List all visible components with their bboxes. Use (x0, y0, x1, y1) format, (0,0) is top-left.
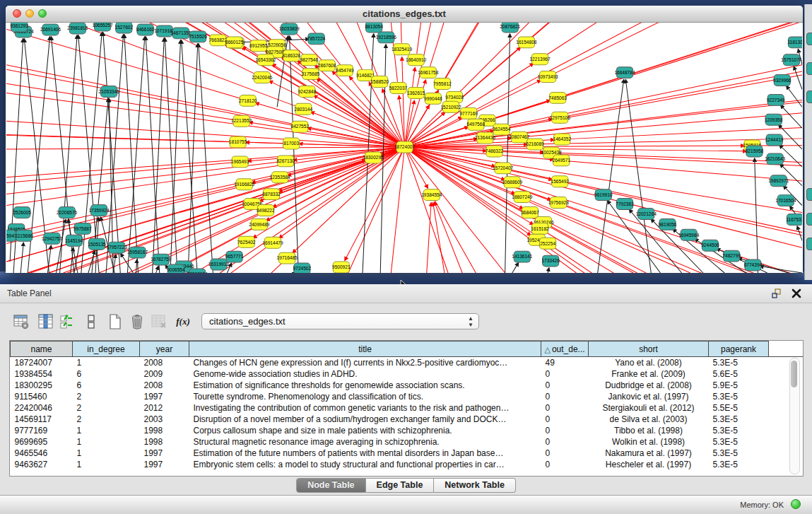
graph-node[interactable]: 12213967 (529, 54, 551, 65)
graph-node[interactable]: 8912955 (249, 40, 268, 52)
graph-node[interactable]: 18640910 (406, 54, 427, 66)
table-row[interactable]: 969969511998Structural magnetic resonanc… (11, 436, 804, 448)
column-header-name[interactable]: name (11, 341, 73, 357)
graph-node[interactable]: 8660125 (225, 37, 244, 48)
graph-node[interactable]: 1505135 (88, 238, 106, 250)
graph-node[interactable]: 1181304 (787, 37, 802, 48)
graph-node[interactable]: 5822037 (389, 83, 408, 94)
graph-node[interactable]: 9227349 (767, 94, 785, 105)
table-selector-dropdown[interactable]: citations_edges.txt ▲▼ (201, 313, 479, 329)
close-panel-icon[interactable] (791, 288, 802, 299)
graph-node[interactable]: 20068134 (187, 269, 208, 273)
graph-node[interactable]: 2718120 (239, 95, 257, 106)
graph-node[interactable]: 3624554 (493, 124, 511, 135)
graph-node[interactable]: 19384554 (421, 189, 442, 201)
graph-node[interactable]: 10973493 (538, 71, 559, 83)
graph-node[interactable]: 18724007 (394, 141, 416, 153)
graph-node[interactable]: 8215958 (746, 146, 764, 157)
row-selection-icon[interactable] (58, 313, 76, 331)
graph-node[interactable]: 1167533 (786, 214, 802, 225)
column-header-out-de-[interactable]: △out_de... (541, 341, 589, 357)
tab-network-table[interactable]: Network Table (434, 478, 516, 493)
graph-node[interactable]: 7486322 (486, 146, 504, 157)
float-panel-icon[interactable] (771, 288, 782, 299)
graph-node[interactable]: 18325419 (392, 44, 413, 55)
graph-node[interactable]: 15210922 (440, 101, 461, 112)
graph-node[interactable]: 19756928 (548, 197, 570, 209)
graph-node[interactable]: 1115686 (16, 230, 33, 241)
table-row[interactable]: 911546021997Tourette syndrome. Phenomeno… (11, 391, 804, 402)
graph-node[interactable]: 20691406 (40, 24, 61, 35)
graph-node[interactable]: 1588520 (370, 76, 389, 88)
graph-node[interactable]: 9724502 (293, 263, 312, 273)
graph-node[interactable]: 16210643 (765, 153, 786, 165)
scrollbar-thumb[interactable] (791, 361, 797, 387)
graph-node[interactable]: 17359924 (88, 205, 110, 216)
graph-node[interactable]: 1527602 (115, 23, 134, 33)
graph-node[interactable]: 19166825 (234, 179, 255, 190)
graph-node[interactable]: 1464352 (553, 134, 572, 145)
graph-node[interactable]: 20876821 (500, 23, 521, 33)
table-row[interactable]: 1456911722003Disruption of a novel membe… (11, 414, 804, 425)
graph-node[interactable]: 23981816 (67, 23, 88, 34)
graph-node[interactable]: 7515526 (189, 31, 207, 42)
vertical-scrollbar[interactable] (789, 358, 800, 474)
graph-node[interactable]: 9244506 (701, 240, 719, 251)
graph-node[interactable]: 6774394 (744, 259, 763, 271)
graph-node[interactable]: 15958167 (127, 247, 148, 258)
graph-node[interactable]: 12213553 (231, 115, 252, 127)
delete-table-icon[interactable] (150, 313, 168, 331)
graph-node[interactable]: 10688609 (502, 177, 523, 188)
graph-node[interactable]: 8498222 (257, 205, 275, 216)
graph-node[interactable]: 9006554 (167, 264, 185, 273)
graph-node[interactable]: 8878332 (262, 189, 281, 200)
graph-node[interactable]: 2867608 (318, 60, 336, 71)
graph-node[interactable]: 16319913 (208, 259, 230, 270)
graph-node[interactable]: 18300295 (363, 152, 384, 163)
graph-node[interactable]: 1810755 (229, 136, 247, 148)
table-row[interactable]: 2242004622012Investigating the contribut… (11, 402, 804, 414)
table-row[interactable]: 1938455462009Genome-wide association stu… (11, 368, 804, 380)
graph-node[interactable]: 10655257 (93, 23, 114, 31)
graph-node[interactable]: 2526005 (13, 207, 31, 218)
graph-node[interactable]: 16961758 (418, 67, 439, 78)
graph-node[interactable]: 8267130 (276, 156, 295, 167)
column-header-in-degree[interactable]: in_degree (73, 341, 140, 357)
graph-node[interactable]: 9361293 (10, 23, 28, 32)
graph-node[interactable]: 16945984 (678, 229, 700, 240)
graph-node[interactable]: 9500921 (332, 262, 351, 273)
graph-node[interactable]: 6497568 (467, 119, 486, 130)
tab-edge-table[interactable]: Edge Table (366, 478, 435, 493)
graph-node[interactable]: 7625402 (237, 236, 256, 247)
graph-node[interactable]: 1244419 (765, 134, 784, 146)
graph-node[interactable]: 9777169 (459, 107, 478, 119)
graph-node[interactable]: 17016504 (775, 195, 796, 206)
graph-node[interactable]: 252254 (540, 238, 556, 249)
graph-node[interactable]: 9242848 (298, 86, 317, 97)
graph-node[interactable]: 3684067 (521, 207, 539, 218)
window-titlebar[interactable]: citations_edges.txt (6, 6, 803, 23)
function-builder-icon[interactable]: f(x) (174, 313, 192, 331)
graph-node[interactable]: 12942757 (42, 233, 63, 244)
graph-node[interactable]: 7792363 (616, 199, 634, 210)
table-row[interactable]: 1830029562008Estimation of significance … (11, 380, 804, 391)
graph-node[interactable]: 1615182 (531, 223, 549, 234)
graph-node[interactable]: 9819056 (659, 218, 677, 230)
graph-node[interactable]: 7663822 (209, 35, 228, 46)
graph-node[interactable]: 16648784 (614, 67, 635, 78)
graph-node[interactable]: 9827546 (300, 54, 319, 66)
graph-node[interactable]: 7482799 (722, 250, 741, 262)
graph-node[interactable]: 1209358 (765, 114, 783, 125)
graph-node[interactable]: 8186328 (282, 50, 300, 62)
graph-node[interactable]: 22420046 (252, 72, 273, 83)
graph-node[interactable]: 2803144 (295, 103, 313, 115)
graph-node[interactable]: 1965493 (231, 156, 249, 168)
column-visibility-icon[interactable] (37, 313, 55, 331)
graph-node[interactable]: 16914479 (262, 237, 283, 248)
graph-node[interactable]: 16154808 (516, 37, 537, 48)
table-row[interactable]: 946554611997Estimation of the future num… (11, 448, 804, 459)
table-settings-icon[interactable] (12, 313, 30, 331)
graph-node[interactable]: 24099489 (249, 218, 270, 230)
graph-node[interactable]: 8427552 (291, 121, 310, 132)
graph-node[interactable]: 817003 (283, 138, 300, 149)
